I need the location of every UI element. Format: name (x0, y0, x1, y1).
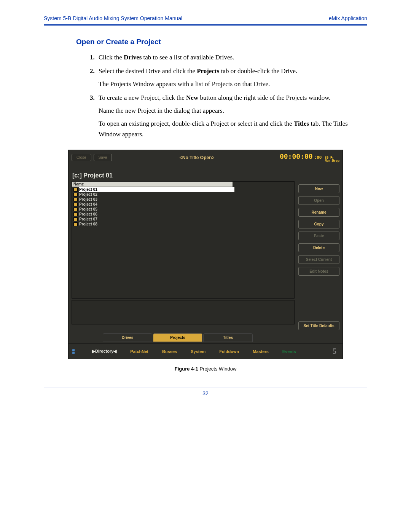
close-button[interactable]: Close (72, 154, 91, 161)
tab-row: Drives Projects Titles (68, 333, 342, 343)
nav-masters[interactable]: Masters (253, 349, 269, 354)
list-item[interactable]: Project 05 (72, 207, 294, 212)
tab-projects[interactable]: Projects (153, 333, 202, 342)
nav-events[interactable]: Events (282, 349, 296, 354)
nav-directory[interactable]: ▶Directory◀ (92, 349, 116, 354)
step-2: Select the desired Drive and click the P… (96, 66, 356, 89)
nav-busses[interactable]: Busses (162, 349, 177, 354)
paste-button[interactable]: Paste (298, 232, 339, 240)
header-left: System 5-B Digital Audio Mixing System O… (44, 15, 182, 21)
header-rule (44, 24, 367, 26)
list-item[interactable]: Project 01 (72, 187, 294, 192)
nav-system[interactable]: System (191, 349, 206, 354)
rename-button[interactable]: Rename (298, 208, 339, 217)
folder-icon (73, 208, 78, 211)
figure-caption: Figure 4-1 Projects Window (44, 366, 367, 372)
step-1: Click the Drives tab to see a list of av… (96, 52, 356, 63)
wave-icon: ≈≈≈ (72, 349, 78, 354)
nav-patchnet[interactable]: PatchNet (130, 349, 148, 354)
nav-folddown[interactable]: Folddown (219, 349, 239, 354)
list-item[interactable]: Project 03 (72, 197, 294, 202)
copy-button[interactable]: Copy (298, 220, 339, 228)
projects-list[interactable]: Name Project 01 Project 02 Project 03 Pr… (72, 181, 295, 299)
set-title-defaults-button[interactable]: Set Title Defaults (298, 321, 339, 330)
open-button[interactable]: Open (298, 196, 339, 205)
step-3: To create a new Project, click the New b… (96, 93, 356, 140)
edit-notes-button[interactable]: Edit Notes (298, 267, 339, 276)
timecode-display: 00:00:00:00 30 Fr Non-Drop (280, 152, 339, 163)
header-right: eMix Application (329, 15, 367, 21)
list-item[interactable]: Project 06 (72, 212, 294, 217)
footer-rule (44, 387, 367, 388)
new-button[interactable]: New (298, 184, 339, 193)
window-top-bar: Close Save <No Title Open> 00:00:00:00 3… (68, 150, 342, 165)
folder-icon (73, 212, 78, 216)
notes-box (72, 300, 295, 324)
page-number: 32 (44, 390, 367, 396)
bottom-nav: ≈≈≈ ▶Directory◀ PatchNet Busses System F… (68, 343, 342, 359)
list-header-name: Name (72, 182, 233, 187)
path-label: [c:] Project 01 (72, 172, 295, 179)
steps-list: Click the Drives tab to see a list of av… (86, 52, 367, 140)
delete-button[interactable]: Delete (298, 243, 339, 252)
list-item[interactable]: Project 07 (72, 217, 294, 222)
right-button-column: New Open Rename Copy Paste Delete Select… (298, 168, 339, 330)
folder-icon (73, 203, 78, 206)
folder-icon (73, 198, 78, 201)
folder-icon (73, 222, 78, 226)
projects-window-screenshot: Close Save <No Title Open> 00:00:00:00 3… (68, 150, 343, 359)
page-header: System 5-B Digital Audio Mixing System O… (44, 15, 367, 24)
logo-5-icon: 5 (330, 347, 339, 356)
save-button[interactable]: Save (94, 154, 112, 161)
section-title: Open or Create a Project (76, 38, 367, 46)
tab-drives[interactable]: Drives (103, 333, 152, 342)
tab-titles[interactable]: Titles (203, 333, 253, 342)
folder-icon (73, 193, 78, 197)
folder-icon (73, 188, 78, 192)
list-item[interactable]: Project 04 (72, 202, 294, 207)
folder-icon (73, 217, 78, 221)
select-current-button[interactable]: Select Current (298, 255, 339, 264)
list-item[interactable]: Project 02 (72, 192, 294, 197)
window-title: <No Title Open> (114, 155, 280, 160)
list-item[interactable]: Project 08 (72, 222, 294, 227)
